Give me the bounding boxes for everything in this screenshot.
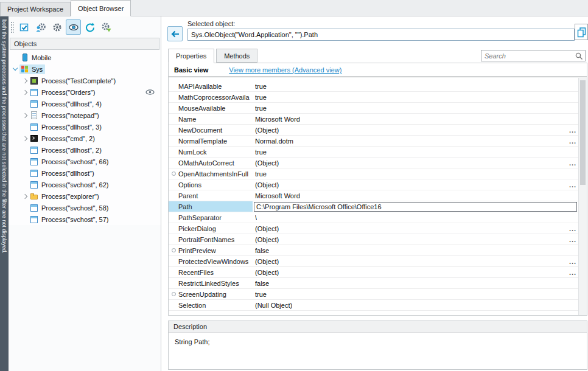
tree-item[interactable]: Process("cmd", 2) <box>9 133 161 144</box>
selected-object-input[interactable] <box>187 29 575 41</box>
property-value[interactable]: false <box>253 280 567 287</box>
property-value[interactable]: (Object) <box>253 236 567 243</box>
expander-icon[interactable] <box>23 78 27 83</box>
ellipsis-button[interactable]: ... <box>567 258 578 265</box>
property-value[interactable]: (Null Object) <box>253 302 567 309</box>
property-row[interactable]: OMathAutoCorrect (Object) ... <box>169 158 578 168</box>
highlight-object-toggle[interactable] <box>66 19 81 35</box>
property-value[interactable]: (Object) <box>253 181 567 189</box>
ellipsis-button[interactable]: ... <box>567 159 578 167</box>
search-input[interactable] <box>481 50 585 61</box>
property-value[interactable]: true <box>253 83 567 90</box>
tree-item-icon <box>30 88 39 97</box>
property-value[interactable]: Microsoft Word <box>253 116 567 123</box>
filter-note-text: both the system processes and the proces… <box>0 16 9 371</box>
property-row[interactable]: NumLock true ... <box>169 147 578 158</box>
expander-icon[interactable] <box>23 89 27 94</box>
ellipsis-button[interactable]: ... <box>567 225 578 232</box>
expander-icon[interactable] <box>23 136 27 140</box>
ellipsis-button[interactable]: ... <box>567 269 578 276</box>
tree-item[interactable]: Mobile <box>9 52 161 63</box>
property-value[interactable]: true <box>253 105 567 112</box>
settings-gear-button[interactable] <box>49 19 65 35</box>
view-mode-bar: Basic view View more members (Advanced v… <box>169 63 587 77</box>
scrollbar-thumb[interactable] <box>580 80 586 185</box>
property-name: OMathAutoCorrect <box>178 159 253 167</box>
tab-methods[interactable]: Methods <box>216 49 257 63</box>
ellipsis-button[interactable]: ... <box>567 236 578 243</box>
property-row[interactable]: Selection (Null Object) ... <box>169 300 578 311</box>
property-row[interactable]: PickerDialog (Object) ... <box>169 223 578 234</box>
property-row[interactable]: NewDocument (Object) ... <box>169 125 578 136</box>
property-name: ScreenUpdating <box>178 291 253 298</box>
filter-settings-button[interactable] <box>99 19 114 35</box>
tree-item[interactable]: Process("svchost", 62) <box>9 179 161 190</box>
expander-icon[interactable] <box>13 66 18 71</box>
tree-item[interactable]: Process("explorer") <box>9 190 161 202</box>
tree-item[interactable]: Process("TestComplete") <box>9 75 161 86</box>
highlighted-object-eye-icon[interactable] <box>145 89 155 95</box>
tree-item[interactable]: Process("dllhost", 3) <box>9 121 161 133</box>
ellipsis-button[interactable]: ... <box>567 181 578 189</box>
property-name: MathCoprocessorAvaila <box>178 94 253 101</box>
advanced-view-link[interactable]: View more members (Advanced view) <box>229 66 341 74</box>
property-row[interactable]: Name Microsoft Word ... <box>169 114 578 125</box>
tree-item[interactable]: Process("svchost", 57) <box>9 213 161 225</box>
property-row[interactable]: Parent Microsoft Word ... <box>169 190 578 201</box>
expander-icon[interactable] <box>23 193 27 198</box>
expander-icon[interactable] <box>23 113 27 117</box>
ellipsis-button[interactable]: ... <box>567 127 578 134</box>
property-value[interactable]: true <box>253 148 567 156</box>
ellipsis-button[interactable]: ... <box>567 137 578 145</box>
property-row[interactable]: PrintPreview false ... <box>169 245 578 256</box>
property-row[interactable]: MathCoprocessorAvaila true ... <box>169 92 578 103</box>
tree-item[interactable]: Process("Orders") <box>9 86 161 98</box>
property-row[interactable]: ProtectedViewWindows (Object) ... <box>169 256 578 267</box>
property-value[interactable]: true <box>253 291 567 298</box>
property-value[interactable]: (Object) <box>253 258 567 265</box>
tab-properties[interactable]: Properties <box>168 49 214 63</box>
property-row[interactable]: MAPIAvailable true ... <box>169 81 578 92</box>
property-value[interactable]: false <box>253 247 567 254</box>
property-row[interactable]: RecentFiles (Object) ... <box>169 267 578 278</box>
property-row[interactable]: MouseAvailable true ... <box>169 103 578 114</box>
property-grid: MAPIAvailable true ... MathCoprocessorAv… <box>169 78 578 315</box>
tree-item[interactable]: Process("svchost", 58) <box>9 202 161 213</box>
property-value[interactable]: \ <box>253 214 567 221</box>
tab-object-browser[interactable]: Object Browser <box>71 0 131 16</box>
property-row[interactable]: NormalTemplate Normal.dotm ... <box>169 136 578 147</box>
tree-item[interactable]: Sys <box>9 63 161 75</box>
refresh-button[interactable] <box>82 19 97 35</box>
property-name: PortraitFontNames <box>178 236 253 243</box>
selected-object-label: Selected object: <box>187 20 235 27</box>
property-value[interactable]: (Object) <box>253 269 567 276</box>
property-grid-scrollbar[interactable] <box>578 78 587 315</box>
tree-item[interactable]: Process("dllhost") <box>9 167 161 179</box>
property-row[interactable]: OpenAttachmentsInFull true ... <box>169 168 578 179</box>
tree-item[interactable]: Process("notepad") <box>9 109 161 121</box>
tree-item[interactable]: Process("dllhost", 2) <box>9 144 161 156</box>
tab-project-workspace[interactable]: Project Workspace <box>0 2 71 16</box>
copy-button[interactable] <box>575 24 588 40</box>
property-value[interactable]: (Object) <box>253 225 567 232</box>
property-row[interactable]: PortraitFontNames (Object) ... <box>169 234 578 245</box>
property-row[interactable]: PathSeparator \ ... <box>169 212 578 223</box>
property-row[interactable]: ScreenUpdating true ... <box>169 289 578 300</box>
property-value[interactable]: (Object) <box>253 159 567 167</box>
process-filter-button[interactable] <box>33 19 48 35</box>
tree-item[interactable]: Process("dllhost", 4) <box>9 98 161 109</box>
filter-gear-icon <box>101 22 112 33</box>
property-value[interactable]: true <box>253 94 567 101</box>
property-value[interactable]: Microsoft Word <box>253 192 567 199</box>
back-button[interactable] <box>167 26 183 41</box>
tree-item[interactable]: Process("svchost", 66) <box>9 156 161 167</box>
toolbar-grip-handle[interactable] <box>10 21 14 33</box>
property-row[interactable]: Path C:\Program Files\Microsoft Office\O… <box>169 201 578 212</box>
property-value[interactable]: (Object) <box>253 127 567 134</box>
property-row[interactable]: RestrictLinkedStyles false ... <box>169 278 578 289</box>
checked-window-button[interactable] <box>16 19 32 35</box>
property-row[interactable]: Options (Object) ... <box>169 179 578 190</box>
property-value[interactable]: true <box>253 170 567 178</box>
property-value[interactable]: C:\Program Files\Microsoft Office\Office… <box>254 202 577 212</box>
property-value[interactable]: Normal.dotm <box>253 137 567 145</box>
